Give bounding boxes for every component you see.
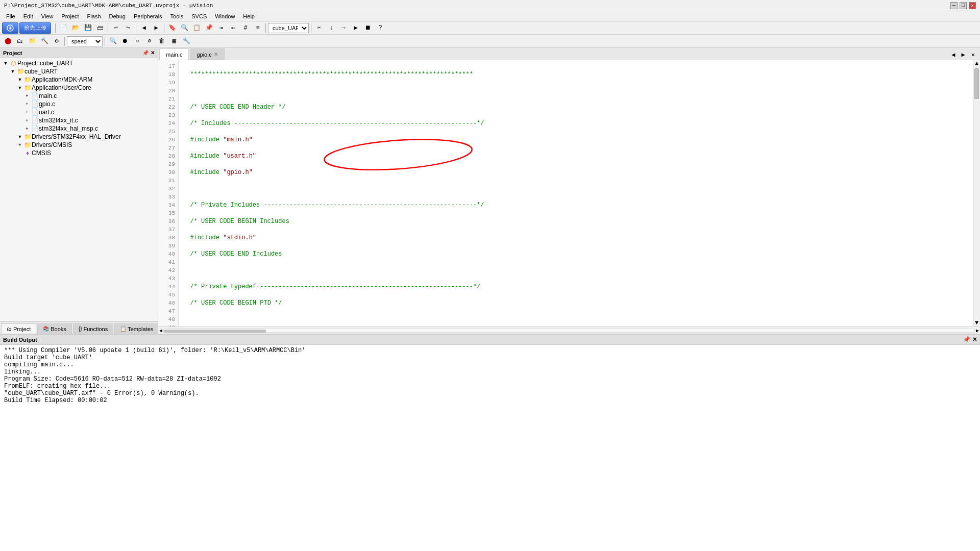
undo-btn[interactable]: ↩ <box>110 22 121 34</box>
tree-hal-msp-c[interactable]: + 📄 stm32f4xx_hal_msp.c <box>0 124 158 133</box>
toggle-btn[interactable]: # <box>240 22 251 34</box>
build-pin-icon[interactable]: 📌 <box>963 336 970 343</box>
h-scroll-right-btn[interactable]: ▶ <box>976 328 979 334</box>
save-btn[interactable]: 💾 <box>82 22 93 34</box>
close-btn[interactable]: ✕ <box>969 2 976 9</box>
tree-main-c[interactable]: + 📄 main.c <box>0 92 158 100</box>
nav-close-btn[interactable]: ✕ <box>969 50 977 60</box>
expander-it[interactable]: + <box>23 118 31 123</box>
upload-button[interactable]: 抢先上传 <box>19 22 51 34</box>
monitor-btn[interactable]: 🔧 <box>181 36 192 47</box>
code-editor[interactable]: 17 18 19 20 21 22 23 24 25 26 27 28 29 3… <box>158 60 973 327</box>
maximize-btn[interactable]: □ <box>960 2 967 9</box>
menu-peripherals[interactable]: Peripherals <box>130 12 166 20</box>
tab-templates[interactable]: 📋 Templates <box>114 323 159 334</box>
h-scroll-track[interactable] <box>163 329 975 333</box>
help-btn[interactable]: ? <box>375 22 386 34</box>
tab-books[interactable]: 📚 Books <box>37 323 72 334</box>
menu-file[interactable]: File <box>2 12 19 20</box>
scroll-down-btn[interactable]: ▼ <box>973 319 980 327</box>
circle-btn[interactable]: ○ <box>132 36 143 47</box>
tree-project-root[interactable]: ▼ ⬡ Project: cube_UART <box>0 59 158 67</box>
menu-view[interactable]: View <box>37 12 58 20</box>
erase-btn[interactable]: 🗑 <box>156 36 167 47</box>
settings-btn[interactable]: ⚙ <box>51 36 62 47</box>
project-btn[interactable]: 🗂 <box>14 36 26 47</box>
arrow2-btn[interactable]: → <box>338 22 349 34</box>
tab-gpio-close-icon[interactable]: ✕ <box>214 52 218 57</box>
speed-dropdown[interactable]: speed <box>67 36 103 46</box>
editor-tab-main-c[interactable]: main.c <box>159 48 189 60</box>
editor-tab-gpio-c[interactable]: gpio.c ✕ <box>190 48 224 60</box>
arrow-btn[interactable]: ↓ <box>326 22 337 34</box>
scroll-thumb[interactable] <box>974 68 979 99</box>
menu-edit[interactable]: Edit <box>19 12 37 20</box>
find-btn[interactable]: 🔍 <box>179 22 190 34</box>
format-btn[interactable]: ≡ <box>252 22 263 34</box>
panel-pin-icon[interactable]: 📌 <box>142 50 149 56</box>
copy-btn[interactable]: 📋 <box>191 22 202 34</box>
tree-user-core[interactable]: ▼ 📁 Application/User/Core <box>0 84 158 92</box>
record-btn[interactable]: ⏺ <box>119 36 131 47</box>
clear-btn[interactable]: ⊘ <box>144 36 155 47</box>
h-scroll-left-btn[interactable]: ◀ <box>159 328 162 334</box>
outdent-btn[interactable]: ⇤ <box>228 22 239 34</box>
expander-cmsis-drv[interactable]: + <box>16 142 23 147</box>
tree-cube-uart[interactable]: ▼ 📁 cube_UART <box>0 67 158 76</box>
expander-main[interactable]: + <box>23 93 31 98</box>
tree-it-c[interactable]: + 📄 stm32f4xx_it.c <box>0 116 158 124</box>
expander-core[interactable]: ▼ <box>16 85 23 90</box>
menu-svcs[interactable]: SVCS <box>187 12 211 20</box>
menu-debug[interactable]: Debug <box>105 12 130 20</box>
nav-left-btn[interactable]: ◀ <box>949 50 957 60</box>
expander-hal-drv[interactable]: ▼ <box>16 134 23 139</box>
run-btn[interactable]: ▶ <box>350 22 361 34</box>
expander-gpio[interactable]: + <box>23 102 31 107</box>
build-btn[interactable]: 🔨 <box>39 36 50 47</box>
expander-hal[interactable]: + <box>23 126 31 131</box>
code-content[interactable]: ****************************************… <box>179 60 973 327</box>
tree-hal-driver[interactable]: ▼ 📁 Drivers/STM32F4xx_HAL_Driver <box>0 133 158 141</box>
menu-help[interactable]: Help <box>239 12 259 20</box>
expander-uart[interactable]: + <box>23 110 31 115</box>
indent-btn[interactable]: ⇥ <box>215 22 227 34</box>
bookmark-btn[interactable]: 🔖 <box>166 22 178 34</box>
stop-btn[interactable]: ⏹ <box>362 22 374 34</box>
scissors-btn[interactable]: ✂ <box>313 22 325 34</box>
menu-flash[interactable]: Flash <box>83 12 105 20</box>
open2-btn[interactable]: 📁 <box>27 36 38 47</box>
tab-functions[interactable]: {} Functions <box>73 323 113 334</box>
new-file-btn[interactable]: 📄 <box>58 22 69 34</box>
vertical-scrollbar[interactable]: ▲ ▼ <box>973 60 980 327</box>
target-dropdown[interactable]: cube_UART <box>268 23 309 33</box>
upload-icon-btn[interactable] <box>2 22 18 34</box>
tree-mdk-arm[interactable]: ▼ 📁 Application/MDK-ARM <box>0 76 158 84</box>
tab-project[interactable]: 🗂 Project <box>1 323 36 334</box>
paste-btn[interactable]: 📌 <box>203 22 214 34</box>
tree-uart-c[interactable]: + 📄 uart.c <box>0 108 158 116</box>
open-btn[interactable]: 📂 <box>70 22 81 34</box>
build-close-icon[interactable]: ✕ <box>972 336 977 343</box>
h-scroll-thumb[interactable] <box>164 330 266 333</box>
expander-root[interactable]: ▼ <box>2 61 9 66</box>
menu-project[interactable]: Project <box>57 12 83 20</box>
expander-mdk[interactable]: ▼ <box>16 77 23 82</box>
display-btn[interactable]: ▦ <box>168 36 180 47</box>
horizontal-scrollbar[interactable]: ◀ ▶ <box>158 327 980 334</box>
expander-cube[interactable]: ▼ <box>9 69 16 74</box>
redo-btn[interactable]: ↪ <box>122 22 134 34</box>
magnify-btn[interactable]: 🔍 <box>107 36 118 47</box>
scroll-up-btn[interactable]: ▲ <box>973 60 980 67</box>
tree-gpio-c[interactable]: + 📄 gpio.c <box>0 100 158 108</box>
debug-btn[interactable]: ⬤ <box>2 36 13 47</box>
menu-tools[interactable]: Tools <box>166 12 188 20</box>
save-all-btn[interactable]: 🗃 <box>94 22 106 34</box>
menu-window[interactable]: Window <box>211 12 239 20</box>
tree-cmsis-drv[interactable]: + 📁 Drivers/CMSIS <box>0 141 158 149</box>
nav-right-btn[interactable]: ▶ <box>960 50 967 60</box>
forward-btn[interactable]: ▶ <box>151 22 162 34</box>
back-btn[interactable]: ◀ <box>138 22 150 34</box>
panel-close-icon[interactable]: ✕ <box>151 50 155 56</box>
minimize-btn[interactable]: — <box>950 2 958 9</box>
tree-cmsis[interactable]: ♦ CMSIS <box>0 149 158 157</box>
